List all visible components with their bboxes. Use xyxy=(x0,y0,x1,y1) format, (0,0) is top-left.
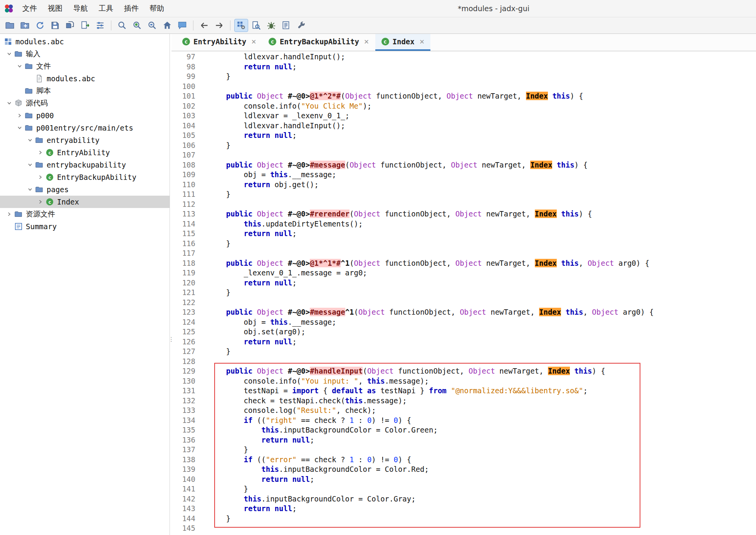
tree-item-entrybackupability[interactable]: entrybackupability xyxy=(0,159,170,171)
save-project-button[interactable] xyxy=(48,19,62,32)
code-line[interactable]: 114 this.updateDirtyElements(); xyxy=(171,219,756,229)
tab-Index[interactable]: cIndex× xyxy=(375,34,431,51)
menu-item-1[interactable]: 视图 xyxy=(42,3,68,13)
log-viewer-button[interactable] xyxy=(279,19,293,32)
deobfuscation-button[interactable] xyxy=(234,19,248,32)
code-line[interactable]: 141 } xyxy=(171,484,756,494)
code-line[interactable]: 125 obj.set(arg0); xyxy=(171,327,756,337)
tab-close-icon[interactable]: × xyxy=(420,37,425,46)
code-line[interactable]: 119 _lexenv_0_1_.message = arg0; xyxy=(171,268,756,278)
tree-item-源代码[interactable]: 源代码 xyxy=(0,97,170,109)
code-line[interactable]: 135 this.inputBackgroundColor = Color.Gr… xyxy=(171,425,756,435)
code-line[interactable]: 121 } xyxy=(171,288,756,298)
menu-item-0[interactable]: 文件 xyxy=(17,3,42,13)
code-line[interactable]: 115 return null; xyxy=(171,229,756,239)
back-button[interactable] xyxy=(197,19,211,32)
text-search-button[interactable] xyxy=(115,19,129,32)
menu-item-5[interactable]: 帮助 xyxy=(144,3,170,13)
tree-chevron-icon[interactable] xyxy=(4,212,14,216)
organize-button[interactable] xyxy=(93,19,107,32)
tree-chevron-icon[interactable] xyxy=(25,163,35,167)
tree-item-modules.abc[interactable]: modules.abc xyxy=(0,35,170,48)
code-line[interactable]: 140 return null; xyxy=(171,475,756,485)
code-line[interactable]: 103 ldlexvar = _lexenv_0_1_; xyxy=(171,111,756,121)
tree-chevron-icon[interactable] xyxy=(14,64,25,69)
tree-chevron-icon[interactable] xyxy=(25,187,35,192)
code-editor[interactable]: 97 ldlexvar.handleInput();98 return null… xyxy=(171,51,756,535)
tree-chevron-icon[interactable] xyxy=(35,150,45,155)
settings-button[interactable] xyxy=(294,19,308,32)
tab-close-icon[interactable]: × xyxy=(251,37,256,46)
code-line[interactable]: 138 if (("error" == check ? 1 : 0) != 0)… xyxy=(171,455,756,465)
code-line[interactable]: 131 testNapi = import { default as testN… xyxy=(171,386,756,396)
forward-button[interactable] xyxy=(212,19,226,32)
tree-item-entryability[interactable]: entryability xyxy=(0,134,170,146)
main-activity-button[interactable] xyxy=(160,19,174,32)
tree-item-输入[interactable]: 输入 xyxy=(0,48,170,60)
tab-close-icon[interactable]: × xyxy=(364,37,369,46)
tree-item-Index[interactable]: cIndex xyxy=(0,196,170,208)
code-line[interactable]: 108 public Object #~@0>#message(Object f… xyxy=(171,160,756,170)
code-line[interactable]: 104 ldlexvar.handleInput(); xyxy=(171,121,756,131)
save-all-button[interactable] xyxy=(63,19,77,32)
tab-EntryAbility[interactable]: cEntryAbility× xyxy=(176,34,262,51)
code-line[interactable]: 127 } xyxy=(171,347,756,357)
tree-item-p001entry/src/main/ets[interactable]: p001entry/src/main/ets xyxy=(0,122,170,134)
debug-button[interactable] xyxy=(264,19,278,32)
code-line[interactable]: 133 console.log("Result:", check); xyxy=(171,406,756,416)
code-line[interactable]: 142 this.inputBackgroundColor = Color.Gr… xyxy=(171,494,756,504)
add-files-button[interactable] xyxy=(18,19,32,32)
code-line[interactable]: 122 xyxy=(171,298,756,308)
tree-item-脚本[interactable]: 脚本 xyxy=(0,85,170,97)
code-line[interactable]: 123 public Object #~@0>#message^1(Object… xyxy=(171,307,756,317)
tree-item-modules.abc[interactable]: modules.abc xyxy=(0,72,170,85)
code-line[interactable]: 117 xyxy=(171,248,756,258)
code-line[interactable]: 106 } xyxy=(171,141,756,151)
code-line[interactable]: 99 } xyxy=(171,72,756,82)
tree-chevron-icon[interactable] xyxy=(14,126,25,130)
code-line[interactable]: 143 return null; xyxy=(171,504,756,514)
code-line[interactable]: 102 console.info("You Click Me"); xyxy=(171,101,756,111)
code-line[interactable]: 144 } xyxy=(171,514,756,524)
tree-chevron-icon[interactable] xyxy=(35,200,45,204)
code-line[interactable]: 97 ldlexvar.handleInput(); xyxy=(171,52,756,62)
tree-item-Summary[interactable]: Summary xyxy=(0,220,170,233)
code-line[interactable]: 111 } xyxy=(171,190,756,200)
tree-item-p000[interactable]: p000 xyxy=(0,109,170,122)
code-line[interactable]: 116 } xyxy=(171,239,756,249)
menu-item-3[interactable]: 工具 xyxy=(93,3,119,13)
code-line[interactable]: 139 this.inputBackgroundColor = Color.Re… xyxy=(171,465,756,475)
tree-chevron-icon[interactable] xyxy=(4,52,14,56)
tree-item-EntryBackupAbility[interactable]: cEntryBackupAbility xyxy=(0,171,170,183)
class-search-button[interactable] xyxy=(130,19,144,32)
open-files-button[interactable] xyxy=(3,19,17,32)
code-line[interactable]: 100 xyxy=(171,82,756,92)
tree-item-pages[interactable]: pages xyxy=(0,183,170,196)
code-line[interactable]: 130 console.info("You input: ", this.mes… xyxy=(171,376,756,386)
tree-item-文件[interactable]: 文件 xyxy=(0,60,170,72)
code-line[interactable]: 113 public Object #~@0>#rerender(Object … xyxy=(171,209,756,219)
tree-chevron-icon[interactable] xyxy=(35,175,45,179)
code-line[interactable]: 109 obj = this.__message; xyxy=(171,170,756,180)
tree-chevron-icon[interactable] xyxy=(25,138,35,143)
code-line[interactable]: 124 obj = this.__message; xyxy=(171,317,756,327)
code-line[interactable]: 132 check = testNapi.check(this.message)… xyxy=(171,396,756,406)
code-line[interactable]: 128 xyxy=(171,357,756,367)
code-line[interactable]: 134 if (("right" == check ? 1 : 0) != 0)… xyxy=(171,416,756,426)
code-line[interactable]: 137 } xyxy=(171,445,756,455)
code-line[interactable]: 126 return null; xyxy=(171,337,756,347)
code-line[interactable]: 112 xyxy=(171,200,756,210)
reload-button[interactable] xyxy=(33,19,47,32)
tree-chevron-icon[interactable] xyxy=(14,113,25,118)
code-line[interactable]: 129 public Object #~@0>#handleInput(Obje… xyxy=(171,366,756,376)
code-line[interactable]: 110 return obj.get(); xyxy=(171,180,756,190)
code-line[interactable]: 136 return null; xyxy=(171,435,756,445)
code-line[interactable]: 145 xyxy=(171,523,756,533)
export-button[interactable] xyxy=(78,19,92,32)
tab-EntryBackupAbility[interactable]: cEntryBackupAbility× xyxy=(262,34,375,51)
code-line[interactable]: 118 public Object #~@0>@1*^1*#^1(Object … xyxy=(171,258,756,268)
comment-search-button[interactable] xyxy=(145,19,159,32)
menu-item-2[interactable]: 导航 xyxy=(68,3,93,13)
code-line[interactable]: 98 return null; xyxy=(171,62,756,72)
comments-button[interactable] xyxy=(175,19,189,32)
